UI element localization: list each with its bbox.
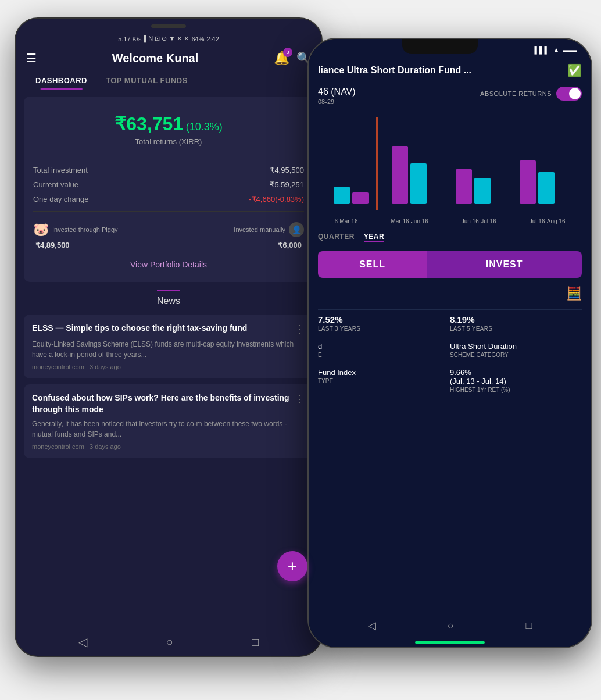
stat-row-investment: Total investment ₹4,95,500 <box>33 163 304 177</box>
calculator-icon[interactable]: 🧮 <box>566 286 582 301</box>
header-icons: 🔔 3 🔍 <box>274 51 311 66</box>
detail-type: Fund Index TYPE <box>318 368 450 393</box>
svg-rect-8 <box>376 117 378 210</box>
news-body-2: Generally, it has been noticed that inve… <box>32 419 305 440</box>
piggy-label: Invested through Piggy <box>52 226 118 233</box>
returns-label: Total returns (XIRR) <box>33 137 304 146</box>
iphone-nav-recent[interactable]: □ <box>525 620 532 632</box>
tab-bar: DASHBOARD TOP MUTUAL FUNDS <box>16 72 321 90</box>
chart-label-3: Jul 16-Aug 16 <box>530 218 566 224</box>
toggle-switch[interactable] <box>556 87 582 101</box>
iphone-nav-home[interactable]: ○ <box>448 620 454 632</box>
period-tab-year[interactable]: YEAR <box>364 233 384 242</box>
bottom-nav: ◁ ○ □ <box>16 628 321 656</box>
nav-value: 46 (NAV) <box>318 87 356 97</box>
more-icon-1[interactable]: ⋮ <box>295 323 305 335</box>
manual-amount: ₹6,000 <box>278 241 302 249</box>
news-title: News <box>157 296 180 306</box>
chart-area <box>309 111 591 216</box>
speaker <box>151 24 186 28</box>
fund-title: liance Ultra Short Duration Fund ... <box>318 65 563 76</box>
svg-rect-1 <box>352 192 369 204</box>
status-time: 2:42 <box>206 35 219 42</box>
avatar-icon: 👤 <box>289 222 304 237</box>
nav-home-button[interactable]: ○ <box>166 635 173 649</box>
fund-header: liance Ultra Short Duration Fund ... ✅ <box>309 56 591 84</box>
detail-scheme-category: Ultra Short Duration SCHEME CATEGORY <box>450 342 582 358</box>
stat-value-change: -₹4,660(-0.83%) <box>249 195 304 203</box>
iphone-status-bar: ▌▌▌ ▲ ▬▬ <box>309 39 591 56</box>
chart-label-0: 6-Mar 16 <box>334 218 357 224</box>
toggle-knob <box>569 88 581 99</box>
svg-rect-2 <box>392 146 408 204</box>
hamburger-icon[interactable]: ☰ <box>26 51 37 65</box>
chart-labels: 6-Mar 16 Mar 16-Jun 16 Jun 16-Jul 16 Jul… <box>309 216 591 229</box>
stat-value-investment: ₹4,95,500 <box>270 166 304 174</box>
tab-dashboard[interactable]: DASHBOARD <box>26 72 96 90</box>
invest-button[interactable]: INVEST <box>427 251 582 278</box>
returns-percent: (10.3%) <box>186 121 223 133</box>
stat-label-investment: Total investment <box>33 166 88 174</box>
stat-value-current: ₹5,59,251 <box>270 180 304 189</box>
nav-back-button[interactable]: ◁ <box>78 635 87 649</box>
stat-3yr: 7.52% LAST 3 YEARS <box>318 315 450 332</box>
app-header: ☰ Welcome Kunal 🔔 3 🔍 <box>16 45 321 72</box>
period-tabs: QUARTER YEAR <box>309 229 591 245</box>
abs-returns-label: ABSOLUTE RETURNS <box>480 90 552 97</box>
fund-stats: 7.52% LAST 3 YEARS 8.19% LAST 5 YEARS d … <box>309 303 591 403</box>
tab-top-mutual-funds[interactable]: TOP MUTUAL FUNDS <box>96 72 197 90</box>
phone2-iphone: ▌▌▌ ▲ ▬▬ liance Ultra Short Duration Fun… <box>307 38 592 648</box>
phone1-android: 5.17 K/s ▌N ⊡ ⊙ ▼ ✕ ✕ 64% 2:42 ☰ Welcome… <box>15 17 323 657</box>
news-source-2: moneycontrol.com · 3 days ago <box>32 443 305 450</box>
bar-chart <box>318 117 582 210</box>
manual-label: Invested manually <box>234 226 285 233</box>
svg-rect-6 <box>520 160 536 204</box>
more-icon-2[interactable]: ⋮ <box>295 392 305 405</box>
bell-badge: 3 <box>283 48 292 57</box>
detail-category: d E <box>318 342 450 358</box>
iphone-status-icons: ▌▌▌ ▲ ▬▬ <box>535 46 577 54</box>
stat-row-current: Current value ₹5,59,251 <box>33 177 304 192</box>
news-card-2: Confused about how SIPs work? Here are t… <box>24 384 313 458</box>
view-portfolio-button[interactable]: View Portfolio Details <box>33 256 304 273</box>
detail-highest-return: 9.66% (Jul, 13 - Jul, 14) HIGHEST 1Yr RE… <box>450 368 582 393</box>
fund-nav-row: 46 (NAV) 08-29 ABSOLUTE RETURNS <box>309 84 591 111</box>
news-title-2: Confused about how SIPs work? Here are t… <box>32 392 290 415</box>
stat-row-change: One day change -₹4,660(-0.83%) <box>33 192 304 206</box>
svg-rect-0 <box>334 187 350 204</box>
divider <box>33 158 304 158</box>
status-battery: 64% <box>191 35 204 42</box>
main-content: ₹63,751 (10.3%) Total returns (XIRR) Tot… <box>16 90 321 628</box>
iphone-home-indicator <box>309 638 591 647</box>
piggy-icon: 🐷 <box>33 222 49 237</box>
total-returns: ₹63,751 (10.3%) Total returns (XIRR) <box>33 106 304 153</box>
nav-recent-button[interactable]: □ <box>252 635 259 649</box>
fab-button[interactable]: + <box>277 551 307 581</box>
abs-returns-toggle[interactable]: ABSOLUTE RETURNS <box>480 87 582 101</box>
piggy-amount: ₹4,89,500 <box>35 241 70 249</box>
news-section-header: News <box>24 290 313 306</box>
section-divider <box>157 290 180 291</box>
iphone-nav-back[interactable]: ◁ <box>368 619 376 632</box>
divider2 <box>33 211 304 212</box>
news-card-1: ELSS — Simple tips to choose the right t… <box>24 315 313 378</box>
news-body-1: Equity-Linked Savings Scheme (ELSS) fund… <box>32 339 305 360</box>
period-tab-quarter[interactable]: QUARTER <box>318 233 355 242</box>
invested-manual: Invested manually 👤 <box>234 222 304 237</box>
svg-rect-5 <box>474 178 491 204</box>
action-buttons: SELL INVEST <box>318 251 582 278</box>
svg-rect-4 <box>456 169 472 204</box>
sell-button[interactable]: SELL <box>318 251 427 278</box>
home-indicator-bar <box>415 641 485 644</box>
stat-label-current: Current value <box>33 180 78 189</box>
status-speed: 5.17 K/s <box>118 35 141 42</box>
bell-container[interactable]: 🔔 3 <box>274 51 289 66</box>
calculator-row: 🧮 <box>309 284 591 303</box>
verified-icon: ✅ <box>567 63 582 77</box>
chart-label-2: Jun 16-Jul 16 <box>462 218 496 224</box>
nav-date: 08-29 <box>318 98 356 105</box>
news-title-1: ELSS — Simple tips to choose the right t… <box>32 323 290 334</box>
chart-label-1: Mar 16-Jun 16 <box>391 218 428 224</box>
invested-piggy: 🐷 Invested through Piggy <box>33 222 118 237</box>
phones-container: 5.17 K/s ▌N ⊡ ⊙ ▼ ✕ ✕ 64% 2:42 ☰ Welcome… <box>0 0 601 700</box>
